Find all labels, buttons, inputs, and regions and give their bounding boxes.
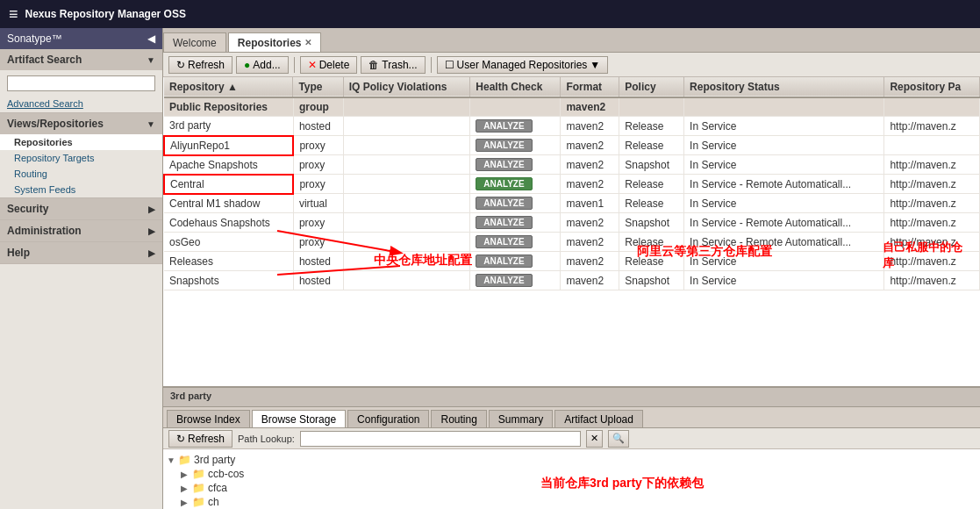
tab-routing[interactable]: Routing — [431, 410, 486, 427]
sidebar-item-system-feeds[interactable]: System Feeds — [0, 182, 162, 197]
repo-health[interactable]: ANALYZE — [470, 271, 561, 290]
add-button[interactable]: ● Add... — [236, 56, 289, 74]
repository-table-container[interactable]: Repository ▲ Type IQ Policy Violations H… — [163, 77, 980, 386]
col-header-url[interactable]: Repository Pa — [884, 77, 980, 97]
sidebar-section-title-administration[interactable]: Administration ▶ — [0, 220, 162, 241]
tab-browse-index[interactable]: Browse Index — [167, 410, 250, 427]
col-header-type[interactable]: Type — [293, 77, 343, 97]
group-health — [470, 97, 561, 117]
tab-configuration[interactable]: Configuration — [347, 410, 429, 427]
tree-item-3rdparty[interactable]: ▼ 📁 3rd party — [167, 453, 976, 467]
sidebar-section-title-help[interactable]: Help ▶ — [0, 242, 162, 263]
table-row[interactable]: AliyunRepo1 proxy ANALYZE maven2 Release… — [164, 136, 980, 155]
analyze-btn[interactable]: ANALYZE — [476, 216, 532, 229]
analyze-btn[interactable]: ANALYZE — [476, 158, 532, 171]
tab-close-icon[interactable]: ✕ — [304, 38, 311, 47]
title-bar: ≡ Nexus Repository Manager OSS — [0, 0, 980, 28]
search-input[interactable] — [7, 75, 155, 91]
repo-policy: Release — [619, 194, 684, 213]
analyze-btn[interactable]: ANALYZE — [476, 235, 532, 248]
table-row[interactable]: 3rd party hosted ANALYZE maven2 Release … — [164, 117, 980, 136]
repo-format: maven2 — [561, 155, 619, 175]
tab-artifact-upload[interactable]: Artifact Upload — [554, 410, 643, 427]
expand-icon: ▼ — [147, 55, 155, 65]
repo-name: Central M1 shadow — [164, 194, 293, 213]
analyze-btn[interactable]: ANALYZE — [476, 254, 532, 268]
tree-item-ch[interactable]: ▶ 📁 ch — [181, 495, 976, 509]
trash-button[interactable]: 🗑 Trash... — [361, 56, 425, 74]
analyze-btn[interactable]: ANALYZE — [476, 177, 532, 190]
repo-status: In Service — [684, 252, 884, 271]
sidebar: Sonatype™ ◀ Artifact Search ▼ Advanced S… — [0, 28, 163, 509]
table-row[interactable]: Central M1 shadow virtual ANALYZE maven1… — [164, 194, 980, 213]
col-header-policy[interactable]: Policy — [619, 77, 684, 97]
tree-item-ccb-cos[interactable]: ▶ 📁 ccb-cos — [181, 467, 976, 481]
tab-browse-storage[interactable]: Browse Storage — [252, 410, 346, 427]
sidebar-item-repository-targets[interactable]: Repository Targets — [0, 150, 162, 166]
path-lookup-label: Path Lookup: — [238, 434, 295, 444]
analyze-btn[interactable]: ANALYZE — [476, 139, 532, 152]
sidebar-section-title-artifact-search[interactable]: Artifact Search ▼ — [0, 49, 162, 70]
tree-item-label: cfca — [208, 482, 227, 494]
col-header-iq[interactable]: IQ Policy Violations — [343, 77, 470, 97]
table-row[interactable]: Releases hosted ANALYZE maven2 Release I… — [164, 252, 980, 271]
analyze-btn[interactable]: ANALYZE — [476, 119, 532, 133]
expand-icon-admin: ▶ — [148, 226, 155, 236]
repo-health[interactable]: ANALYZE — [470, 252, 561, 271]
repo-health[interactable]: ANALYZE — [470, 155, 561, 175]
table-row[interactable]: Central proxy ANALYZE maven2 Release In … — [164, 175, 980, 194]
bottom-refresh-button[interactable]: ↻ Refresh — [168, 430, 232, 448]
sidebar-section-administration: Administration ▶ — [0, 220, 162, 242]
repo-status: In Service — [684, 155, 884, 175]
table-row[interactable]: Apache Snapshots proxy ANALYZE maven2 Sn… — [164, 155, 980, 175]
advanced-search-link[interactable]: Advanced Search — [0, 97, 162, 112]
tree-expand-icon[interactable]: ▶ — [181, 498, 190, 507]
repo-type: proxy — [293, 175, 343, 194]
path-clear-button[interactable]: ✕ — [586, 430, 603, 448]
path-lookup-input[interactable] — [300, 431, 581, 447]
tree-expand-icon[interactable]: ▶ — [181, 470, 190, 479]
repo-name: Apache Snapshots — [164, 155, 293, 175]
sidebar-item-routing[interactable]: Routing — [0, 166, 162, 182]
repo-health[interactable]: ANALYZE — [470, 136, 561, 155]
repo-health[interactable]: ANALYZE — [470, 233, 561, 252]
group-name: Public Repositories — [164, 97, 293, 117]
repo-format: maven2 — [561, 136, 619, 155]
repo-health[interactable]: ANALYZE — [470, 175, 561, 194]
col-header-repository[interactable]: Repository ▲ — [164, 77, 293, 97]
col-header-format[interactable]: Format — [561, 77, 619, 97]
sidebar-collapse-icon[interactable]: ◀ — [147, 32, 155, 45]
sidebar-section-title-security[interactable]: Security ▶ — [0, 198, 162, 219]
tabs-bar: Welcome Repositories ✕ — [163, 28, 980, 53]
analyze-btn[interactable]: ANALYZE — [476, 274, 532, 287]
refresh-button[interactable]: ↻ Refresh — [168, 56, 232, 74]
repo-format: maven2 — [561, 175, 619, 194]
delete-button[interactable]: ✕ Delete — [300, 56, 358, 74]
search-area — [0, 70, 162, 97]
table-row[interactable]: osGeo proxy ANALYZE maven2 Release In Se… — [164, 233, 980, 252]
repo-health[interactable]: ANALYZE — [470, 194, 561, 213]
path-search-button[interactable]: 🔍 — [608, 430, 629, 448]
user-managed-button[interactable]: ☐ User Managed Repositories ▼ — [437, 56, 609, 74]
col-header-status[interactable]: Repository Status — [684, 77, 884, 97]
group-type: group — [293, 97, 343, 117]
repo-url: http://maven.z — [884, 117, 980, 136]
col-header-health[interactable]: Health Check — [470, 77, 561, 97]
tree-children: ▶ 📁 ccb-cos ▶ 📁 cfca ▶ 📁 ch — [167, 467, 976, 509]
tab-repositories[interactable]: Repositories ✕ — [228, 32, 322, 52]
sidebar-section-title-views[interactable]: Views/Repositories ▼ — [0, 113, 162, 134]
tree-expand-icon[interactable]: ▶ — [181, 484, 190, 493]
sidebar-item-repositories[interactable]: Repositories — [0, 134, 162, 150]
tree-expand-icon[interactable]: ▼ — [167, 455, 175, 465]
tab-summary[interactable]: Summary — [489, 410, 553, 427]
repo-iq — [343, 271, 470, 290]
repo-health[interactable]: ANALYZE — [470, 117, 561, 136]
analyze-btn[interactable]: ANALYZE — [476, 197, 532, 210]
menu-icon[interactable]: ≡ — [9, 5, 18, 24]
table-row[interactable]: Snapshots hosted ANALYZE maven2 Snapshot… — [164, 271, 980, 290]
repo-health[interactable]: ANALYZE — [470, 213, 561, 233]
tab-welcome[interactable]: Welcome — [163, 32, 226, 52]
repo-url: http://maven.z — [884, 155, 980, 175]
table-row[interactable]: Codehaus Snapshots proxy ANALYZE maven2 … — [164, 213, 980, 233]
tree-item-cfca[interactable]: ▶ 📁 cfca — [181, 481, 976, 495]
